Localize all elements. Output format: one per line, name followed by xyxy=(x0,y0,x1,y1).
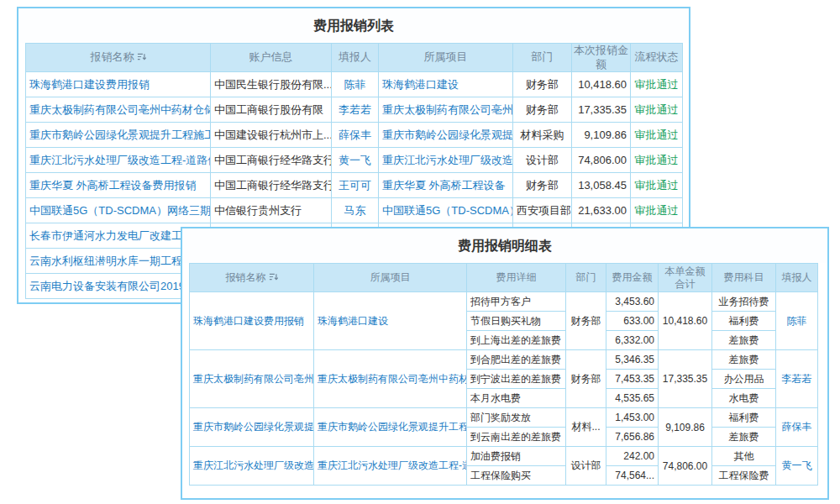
reimbursement-name-link[interactable]: 重庆太极制药有限公司亳州中药... xyxy=(190,350,314,408)
department-label: 设计部 xyxy=(513,148,572,173)
filler-link[interactable]: 陈菲 xyxy=(776,292,818,350)
project-link[interactable]: 珠海鹤港口建设 xyxy=(379,72,513,97)
reimbursement-name-link[interactable]: 中国联通5G（TD-SCDMA）网络三期四川工程费... xyxy=(26,198,211,223)
detail-header-row: 报销名称所属项目费用详细部门费用金额本单金额合计费用科目填报人 xyxy=(190,264,818,292)
expense-item-label: 节假日购买礼物 xyxy=(467,312,566,331)
amount-value: 17,335.35 xyxy=(572,97,631,123)
filler-link[interactable]: 黄一飞 xyxy=(332,148,379,173)
status-text: 审批通过 xyxy=(631,173,683,198)
account-info: 中国工商银行经华路支行 xyxy=(211,173,332,198)
project-link[interactable]: 重庆华夏 外高桥工程设备 xyxy=(379,173,513,198)
list-header-1: 账户信息 xyxy=(211,44,332,72)
detail-header-0[interactable]: 报销名称 xyxy=(190,264,314,292)
list-row: 重庆江北污水处理厂级改造工程-道路修复工程费用...中国工商银行经华路支行黄一飞… xyxy=(26,148,683,173)
expense-amount-value: 7,656.86 xyxy=(606,428,659,447)
reimbursement-name-link[interactable]: 珠海鹤港口建设费用报销 xyxy=(190,292,314,350)
expense-category-label: 差旅费 xyxy=(712,428,776,447)
department-label: 设计部 xyxy=(566,447,606,486)
expense-amount-value: 1,453.00 xyxy=(606,408,659,428)
department-label: 财务部 xyxy=(513,97,572,123)
account-info: 中国民生银行股份有限... xyxy=(211,72,332,97)
project-link[interactable]: 重庆江北污水处理厂级改造工程-道路修复工 xyxy=(314,447,467,486)
amount-value: 74,806.00 xyxy=(572,148,631,173)
project-link[interactable]: 重庆市鹅岭公园绿化景观提升... xyxy=(379,123,513,148)
reimbursement-name-link[interactable]: 重庆市鹅岭公园绿化景观提升工程施工费用报销 xyxy=(26,123,211,148)
detail-row: 重庆太极制药有限公司亳州中药...重庆太极制药有限公司亳州中药材仓储物流到合肥出… xyxy=(190,350,818,370)
list-header-row: 报销名称账户信息填报人所属项目部门本次报销金额流程状态 xyxy=(26,44,683,72)
list-row: 重庆华夏 外高桥工程设备费用报销中国工商银行经华路支行王可可重庆华夏 外高桥工程… xyxy=(26,173,683,198)
sort-icon xyxy=(137,52,146,61)
detail-header-3: 部门 xyxy=(566,264,606,292)
list-header-0[interactable]: 报销名称 xyxy=(26,44,211,72)
amount-value: 10,418.60 xyxy=(572,72,631,97)
project-link[interactable]: 重庆太极制药有限公司亳州中... xyxy=(379,97,513,123)
amount-value: 21,633.00 xyxy=(572,198,631,223)
total-amount-value: 74,806.00 xyxy=(659,447,712,486)
detail-header-1: 所属项目 xyxy=(314,264,467,292)
reimbursement-name-link[interactable]: 重庆江北污水处理厂级改造工程-... xyxy=(190,447,314,486)
expense-amount-value: 7,453.35 xyxy=(606,370,659,389)
amount-value: 13,058.45 xyxy=(572,173,631,198)
filler-link[interactable]: 陈菲 xyxy=(332,72,379,97)
reimbursement-name-link[interactable]: 重庆太极制药有限公司亳州中药材仓储物流基地项... xyxy=(26,97,211,123)
project-link[interactable]: 重庆江北污水处理厂级改造工... xyxy=(379,148,513,173)
list-header-6: 流程状态 xyxy=(631,44,683,72)
expense-item-label: 加油费报销 xyxy=(467,447,566,466)
filler-link[interactable]: 薛保丰 xyxy=(776,408,818,447)
filler-link[interactable]: 黄一飞 xyxy=(776,447,818,486)
project-link[interactable]: 重庆市鹅岭公园绿化景观提升工程施工 xyxy=(314,408,467,447)
project-link[interactable]: 重庆太极制药有限公司亳州中药材仓储物流 xyxy=(314,350,467,408)
detail-header-6: 费用科目 xyxy=(712,264,776,292)
expense-item-label: 到上海出差的差旅费 xyxy=(467,331,566,350)
expense-category-label: 福利费 xyxy=(712,312,776,331)
reimbursement-name-link[interactable]: 重庆江北污水处理厂级改造工程-道路修复工程费用... xyxy=(26,148,211,173)
filler-link[interactable]: 马东 xyxy=(332,198,379,223)
expense-item-label: 招待甲方客户 xyxy=(467,292,566,312)
department-label: 财务部 xyxy=(566,350,606,408)
reimbursement-name-link[interactable]: 珠海鹤港口建设费用报销 xyxy=(26,72,211,97)
expense-category-label: 工程保险费 xyxy=(712,466,776,486)
expense-category-label: 水电费 xyxy=(712,389,776,408)
department-label: 材料采购 xyxy=(513,123,572,148)
account-info: 中国工商银行经华路支行 xyxy=(211,148,332,173)
department-label: 西安项目部 xyxy=(513,198,572,223)
project-link[interactable]: 珠海鹤港口建设 xyxy=(314,292,467,350)
list-row: 中国联通5G（TD-SCDMA）网络三期四川工程费...中信银行贵州支行马东中国… xyxy=(26,198,683,223)
total-amount-value: 9,109.86 xyxy=(659,408,712,447)
total-amount-value: 10,418.60 xyxy=(659,292,712,350)
expense-item-label: 到云南出差的差旅费 xyxy=(467,428,566,447)
department-label: 材料... xyxy=(566,408,606,447)
status-text: 审批通过 xyxy=(631,198,683,223)
list-header-2: 填报人 xyxy=(332,44,379,72)
status-text: 审批通过 xyxy=(631,148,683,173)
expense-amount-value: 633.00 xyxy=(606,312,659,331)
filler-link[interactable]: 薛保丰 xyxy=(332,123,379,148)
expense-category-label: 差旅费 xyxy=(712,350,776,370)
account-info: 中国建设银行杭州市上... xyxy=(211,123,332,148)
filler-link[interactable]: 李若若 xyxy=(332,97,379,123)
filler-link[interactable]: 王可可 xyxy=(332,173,379,198)
list-header-5: 本次报销金额 xyxy=(572,44,631,72)
expense-item-label: 到宁波出差的差旅费 xyxy=(467,370,566,389)
account-info: 中国工商银行股份有限 xyxy=(211,97,332,123)
expense-category-label: 差旅费 xyxy=(712,331,776,350)
account-info: 中信银行贵州支行 xyxy=(211,198,332,223)
status-text: 审批通过 xyxy=(631,72,683,97)
department-label: 财务部 xyxy=(566,292,606,350)
expense-category-label: 其他 xyxy=(712,447,776,466)
department-label: 财务部 xyxy=(513,173,572,198)
detail-header-2: 费用详细 xyxy=(467,264,566,292)
expense-category-label: 福利费 xyxy=(712,408,776,428)
detail-row: 重庆市鹅岭公园绿化景观提升工程...重庆市鹅岭公园绿化景观提升工程施工部门奖励发… xyxy=(190,408,818,428)
list-header-4: 部门 xyxy=(513,44,572,72)
reimbursement-name-link[interactable]: 重庆华夏 外高桥工程设备费用报销 xyxy=(26,173,211,198)
project-link[interactable]: 中国联通5G（TD-SCDMA）网... xyxy=(379,198,513,223)
reimbursement-name-link[interactable]: 重庆市鹅岭公园绿化景观提升工程... xyxy=(190,408,314,447)
department-label: 财务部 xyxy=(513,72,572,97)
expense-amount-value: 5,346.35 xyxy=(606,350,659,370)
expense-detail-title: 费用报销明细表 xyxy=(182,228,827,263)
expense-amount-value: 242.00 xyxy=(606,447,659,466)
filler-link[interactable]: 李若若 xyxy=(776,350,818,408)
status-text: 审批通过 xyxy=(631,123,683,148)
expense-category-label: 办公用品 xyxy=(712,370,776,389)
